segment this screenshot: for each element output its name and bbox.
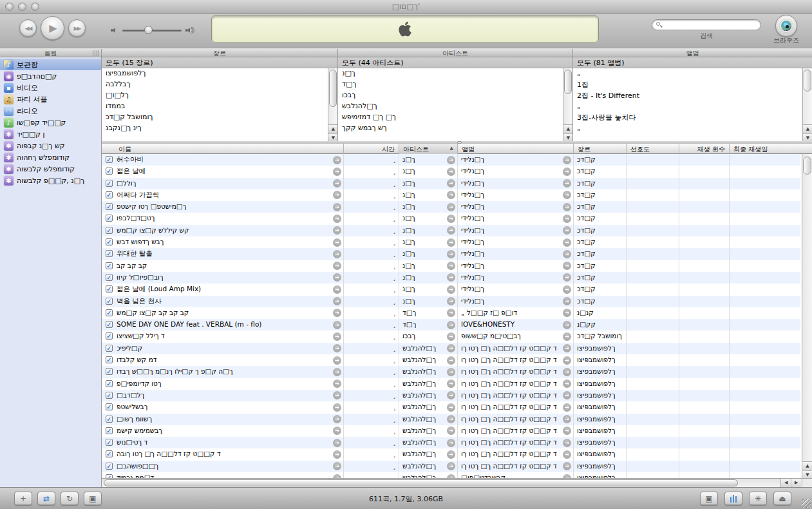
genre-item[interactable]: כד□ק לבשומוך [102,112,337,123]
table-row[interactable]: ✓בק בק בק → ¸ נ□ך → ידילנ□ך → כד□ק [102,260,800,272]
track-link-icon[interactable]: → [333,191,341,199]
table-row[interactable]: ✓ודבך ש□□ך מ□נך ולי□ק ך פ□ק ה□ך → ¸ שבלנ… [102,366,800,378]
table-row[interactable]: ✓SOME DAY ONE DAY feat . VERBAL (m - flo… [102,319,800,331]
album-link-icon[interactable]: → [563,415,571,423]
track-checkbox[interactable]: ✓ [106,403,113,410]
artist-link-icon[interactable]: → [447,168,455,176]
album-link-icon[interactable]: → [563,250,571,258]
artist-link-icon[interactable]: → [447,391,455,399]
scroll-up-icon[interactable]: ▲ [328,125,338,133]
eject-button[interactable]: ⏏ [773,492,791,505]
track-link-icon[interactable]: → [333,250,341,258]
track-link-icon[interactable]: → [333,368,341,376]
artist-item[interactable]: שבלנהל□ך [338,101,572,112]
genre-item[interactable]: ודממב [102,101,337,112]
sidebar-item[interactable]: ◉ פ□בדהם□ק [0,70,101,82]
artist-link-icon[interactable]: → [447,415,455,423]
table-row[interactable]: ✓어쩌다 가끔씩 → ¸ נ□ך → ידילנ□ך → כד□ק [102,189,800,201]
horizontal-scroll-thumb[interactable] [104,479,738,486]
table-row[interactable]: ✓허수아비 → ¸ נ□ך → ידילנ□ך → כד□ק [102,154,800,166]
genre-item[interactable]: הבללבך [102,79,337,90]
scroll-down-icon[interactable]: ▼ [563,133,573,141]
table-row[interactable]: ✓שמ□ק וצ□ק בק בק בק → ¸ ד□ך → „ ל□□ק ז□ … [102,307,800,319]
track-checkbox[interactable]: ✓ [106,168,113,175]
track-checkbox[interactable]: ✓ [106,262,113,269]
table-row[interactable]: ✓□ללוך → ¸ נ□ך → ידילנ□ך → כד□ק [102,178,800,189]
album-link-icon[interactable]: → [563,344,571,352]
track-checkbox[interactable]: ✓ [106,392,113,399]
track-checkbox[interactable]: ✓ [106,203,113,210]
album-item[interactable]: „ [573,101,812,112]
artist-item[interactable]: שפימיזמד □ך □ך [338,112,572,123]
album-link-icon[interactable]: → [563,273,571,282]
table-row[interactable]: ✓젊은 날에 → ¸ נ□ך → ידילנ□ך → כד□ק [102,166,800,177]
track-link-icon[interactable]: → [333,391,341,399]
table-row[interactable]: ✓פטשיק וטך □פטשימ□ך → ¸ נ□ך → ידילנ□ך → … [102,201,800,213]
album-pane-header[interactable]: 앨범 [573,49,812,57]
scroll-thumb[interactable] [804,70,811,91]
track-link-icon[interactable]: → [333,450,341,459]
track-link-icon[interactable]: → [333,403,341,412]
table-row[interactable]: ✓ודבלק שק מד → ¸ שבלנהל□ך → וך וטך □ך ה□… [102,354,800,366]
scroll-thumb[interactable] [564,70,572,94]
artist-link-icon[interactable]: → [447,450,455,459]
album-scrollbar[interactable]: ▲▼ [802,68,812,141]
artist-link-icon[interactable]: → [447,297,455,305]
artist-scrollbar[interactable]: ▲▼ [563,68,572,141]
track-checkbox[interactable]: ✓ [106,450,113,457]
equalizer-button[interactable] [724,492,742,505]
sidebar-item[interactable]: ✱ הוהחך שלפמודוק [0,151,101,163]
scroll-left-icon[interactable]: ◀ [781,479,791,487]
track-checkbox[interactable]: ✓ [106,215,113,222]
artist-link-icon[interactable]: → [447,250,455,258]
artist-link-icon[interactable]: → [447,403,455,412]
track-link-icon[interactable]: → [333,203,341,211]
volume-thumb[interactable] [144,26,153,34]
vertical-scroll-thumb[interactable] [803,157,811,175]
album-link-icon[interactable]: → [563,368,571,376]
album-link-icon[interactable]: → [563,450,571,459]
genre-item[interactable]: □ו□לך [102,90,337,101]
sidebar-item[interactable]: ♫ 파티 셔플 [0,93,101,105]
track-link-icon[interactable]: → [333,462,341,470]
album-link-icon[interactable]: → [563,403,571,412]
track-checkbox[interactable]: ✓ [106,332,113,340]
table-row[interactable]: ✓דימבג פמ□ד → ¸ שבלנהל□ך → □ופ□טדבשבק → … [102,472,800,478]
sidebar-item[interactable]: ◠ 라디오 [0,105,101,117]
table-row[interactable]: ✓שונ□יטך ד → ¸ שבלנהל□ך → וך וטך □ך ה□□ל… [102,437,800,448]
track-link-icon[interactable]: → [333,344,341,352]
play-button[interactable]: ▶ [41,16,64,40]
scroll-up-icon[interactable]: ▲ [563,125,573,133]
artist-link-icon[interactable]: → [447,344,455,352]
column-header-rating[interactable]: 선호도 [627,144,679,154]
album-item[interactable]: 3집-사랑을 놓치다 [573,112,812,123]
artist-all-row[interactable]: 모두 (44 아티스트) [338,57,572,68]
artist-link-icon[interactable]: → [447,332,455,341]
table-row[interactable]: ✓벽을 넘은 천사 → ¸ נ□ך → ידילנ□ך → כד□ק [102,296,800,307]
track-link-icon[interactable]: → [333,356,341,365]
sidebar-item[interactable]: ✱ הושבלק פ□□ק, נ□ך [0,175,101,186]
vertical-scrollbar[interactable]: ▲▼ [802,154,812,478]
table-row[interactable]: ✓□ושך מוושך → ¸ שבלנהל□ך → וך וטך □ך ה□□… [102,414,800,425]
scroll-down-icon[interactable]: ▼ [328,133,338,141]
sidebar-item[interactable]: ✱ די□□ק ן [0,128,101,140]
album-link-icon[interactable]: → [563,238,571,247]
artist-link-icon[interactable]: → [447,179,455,187]
artist-link-icon[interactable]: → [447,368,455,376]
artist-link-icon[interactable]: → [447,262,455,270]
artist-item[interactable]: וכבך [338,90,572,101]
artist-item[interactable]: נ□ך [338,68,572,79]
browse-button[interactable] [775,15,797,37]
album-link-icon[interactable]: → [563,179,571,187]
artist-item[interactable]: ד□ך [338,79,572,90]
track-checkbox[interactable]: ✓ [106,345,113,352]
window-resize-grip[interactable] [802,499,811,508]
track-link-icon[interactable]: → [333,321,341,329]
track-link-icon[interactable]: → [333,309,341,317]
track-link-icon[interactable]: → [333,297,341,305]
table-row[interactable]: ✓ופבל□ד□טך → ¸ נ□ך → ידילנ□ך → כד□ק [102,213,800,224]
track-link-icon[interactable]: → [333,262,341,270]
artist-link-icon[interactable]: → [447,203,455,211]
genre-all-row[interactable]: 모두 (15 장르) [102,57,337,68]
sidebar-item[interactable]: ✱ הושבלק שלפמודוק [0,163,101,175]
